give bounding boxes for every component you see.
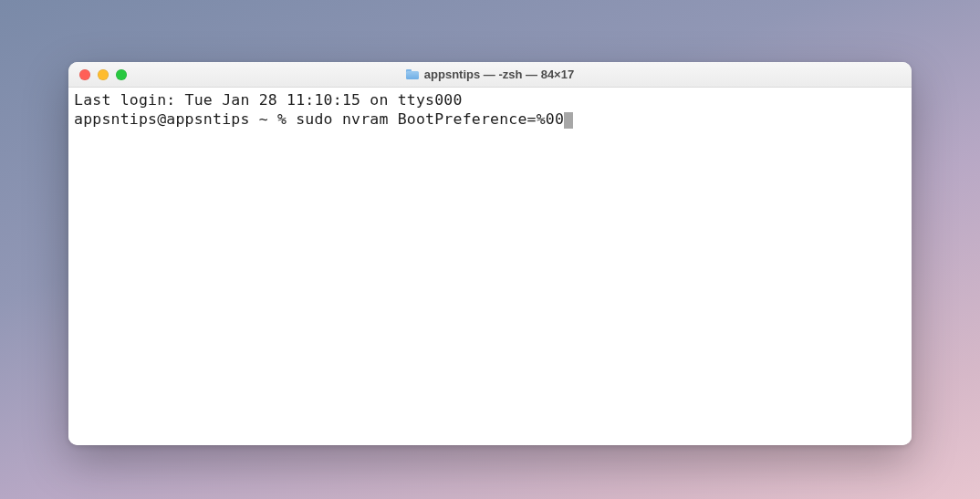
title-center: appsntips — -zsh — 84×17 xyxy=(68,68,912,81)
terminal-window: appsntips — -zsh — 84×17 Last login: Tue… xyxy=(68,62,912,445)
folder-icon xyxy=(406,69,419,79)
window-title: appsntips — -zsh — 84×17 xyxy=(424,68,574,81)
cursor-block-icon xyxy=(564,112,573,129)
typed-command: sudo nvram BootPreference=%00 xyxy=(296,110,564,128)
last-login-line: Last login: Tue Jan 28 11:10:15 on ttys0… xyxy=(74,91,463,109)
shell-prompt: appsntips@appsntips ~ % xyxy=(74,110,296,128)
terminal-body[interactable]: Last login: Tue Jan 28 11:10:15 on ttys0… xyxy=(68,88,912,445)
minimize-icon[interactable] xyxy=(98,69,109,80)
traffic-lights xyxy=(68,69,127,80)
zoom-icon[interactable] xyxy=(116,69,127,80)
close-icon[interactable] xyxy=(79,69,90,80)
titlebar: appsntips — -zsh — 84×17 xyxy=(68,62,912,88)
